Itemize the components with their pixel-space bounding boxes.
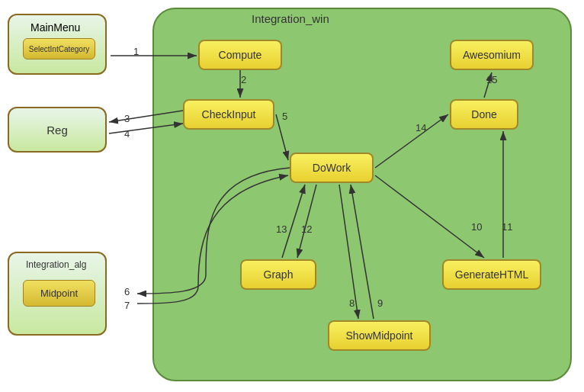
edge-label-3: 3: [124, 113, 130, 124]
edge-label-13: 13: [276, 223, 287, 235]
generatehtml-node[interactable]: GenerateHTML: [442, 259, 541, 290]
midpoint-button[interactable]: Midpoint: [23, 280, 95, 307]
reg-label: Reg: [47, 124, 68, 137]
midpoint-label: Midpoint: [40, 288, 78, 299]
dowork-node[interactable]: DoWork: [290, 153, 374, 183]
integration-alg-box: Integration_alg Midpoint: [8, 252, 107, 336]
edge-label-8: 8: [349, 297, 355, 309]
compute-label: Compute: [219, 49, 262, 61]
showmidpoint-node[interactable]: ShowMidpoint: [328, 320, 431, 351]
edge-label-9: 9: [377, 297, 383, 309]
edge-label-12: 12: [301, 223, 312, 235]
edge-label-15: 15: [486, 74, 497, 85]
selectint-button[interactable]: SelectIntCategory: [23, 38, 95, 59]
graph-label: Graph: [264, 268, 294, 281]
edge-label-10: 10: [471, 221, 482, 233]
edge-label-14: 14: [416, 122, 426, 133]
compute-node[interactable]: Compute: [198, 40, 282, 70]
selectint-label: SelectIntCategory: [29, 45, 90, 53]
done-label: Done: [471, 108, 496, 120]
edge-label-11: 11: [502, 221, 512, 233]
dowork-label: DoWork: [313, 162, 351, 174]
generatehtml-label: GenerateHTML: [455, 268, 528, 281]
awesomium-node[interactable]: Awesomium: [450, 40, 534, 70]
checkinput-node[interactable]: CheckInput: [183, 99, 274, 130]
graph-node[interactable]: Graph: [240, 259, 316, 290]
showmidpoint-label: ShowMidpoint: [346, 329, 413, 342]
awesomium-label: Awesomium: [463, 49, 521, 61]
integration-alg-label: Integration_alg: [26, 259, 86, 270]
done-node[interactable]: Done: [450, 99, 518, 130]
edge-label-7: 7: [124, 300, 130, 311]
edge-label-6: 6: [124, 286, 130, 297]
integration-win-label: Integration_win: [252, 12, 329, 25]
edge-label-1: 1: [133, 46, 139, 57]
edge-label-2: 2: [241, 74, 246, 85]
edge-label-5: 5: [282, 111, 287, 122]
diagram-container: Integration_win MainMenu SelectIntCatego…: [0, 0, 584, 392]
reg-box: Reg: [8, 107, 107, 153]
edge-label-4: 4: [124, 128, 130, 140]
mainmenu-label: MainMenu: [30, 21, 80, 34]
checkinput-label: CheckInput: [202, 108, 256, 120]
mainmenu-box: MainMenu SelectIntCategory: [8, 14, 107, 75]
